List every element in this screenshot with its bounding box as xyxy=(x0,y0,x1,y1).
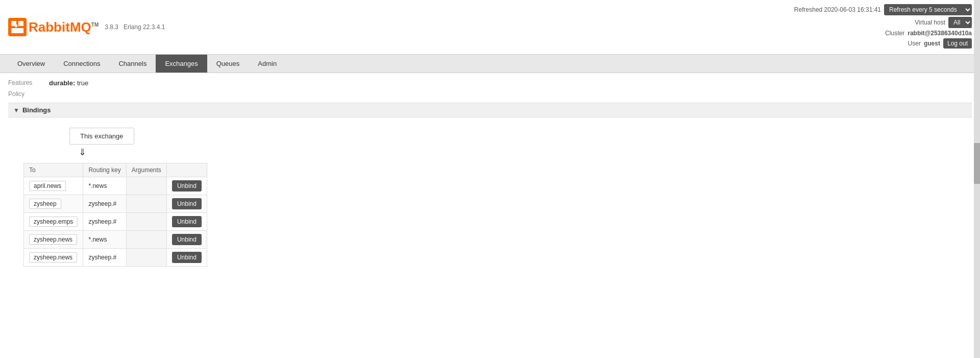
erlang-version: Erlang 22.3.4.1 xyxy=(124,23,165,31)
logo-text: RabbitMQTM xyxy=(29,19,99,35)
unbind-button[interactable]: Unbind xyxy=(172,216,202,227)
table-row: zysheepzysheep.#Unbind xyxy=(24,195,207,213)
logo-area: RabbitMQTM 3.8.3 Erlang 22.3.4.1 xyxy=(8,18,165,36)
main-nav: Overview Connections Channels Exchanges … xyxy=(0,55,980,73)
cell-routing-key: zysheep.# xyxy=(83,195,126,213)
nav-overview[interactable]: Overview xyxy=(8,55,54,73)
cell-to: zysheep xyxy=(24,195,83,213)
col-routing-key: Routing key xyxy=(83,163,126,177)
scrollbar-thumb[interactable] xyxy=(974,143,980,184)
logout-button[interactable]: Log out xyxy=(943,38,972,49)
cell-to: zysheep.emps xyxy=(24,213,83,231)
unbind-button[interactable]: Unbind xyxy=(172,180,202,192)
nav-queues[interactable]: Queues xyxy=(207,55,249,73)
version-number: 3.8.3 xyxy=(105,23,118,31)
section-collapse-arrow: ▼ xyxy=(13,107,19,114)
exchange-box: This exchange xyxy=(69,128,134,145)
logo-mq: MQ xyxy=(70,19,91,35)
nav-channels[interactable]: Channels xyxy=(109,55,156,73)
svg-rect-3 xyxy=(11,28,23,33)
cell-arguments xyxy=(126,231,166,249)
rabbitmq-logo-icon xyxy=(8,18,27,36)
bindings-section-title: Bindings xyxy=(22,106,51,114)
vhost-row: Virtual host All xyxy=(794,17,972,28)
cluster-value: rabbit@25386340d10a xyxy=(908,30,972,37)
table-header-row: To Routing key Arguments xyxy=(24,163,207,177)
durable-label: durable: xyxy=(49,79,75,87)
cell-arguments xyxy=(126,213,166,231)
cell-routing-key: zysheep.# xyxy=(83,249,126,267)
header: RabbitMQTM 3.8.3 Erlang 22.3.4.1 Refresh… xyxy=(0,0,980,55)
logo: RabbitMQTM xyxy=(8,18,99,36)
cell-routing-key: *.news xyxy=(83,177,126,195)
policy-label: Policy xyxy=(8,90,24,98)
svg-rect-0 xyxy=(8,18,27,36)
table-row: zysheep.newszysheep.#Unbind xyxy=(24,249,207,267)
cell-action: Unbind xyxy=(166,195,207,213)
bindings-section-header[interactable]: ▼ Bindings xyxy=(8,103,972,117)
scrollbar[interactable] xyxy=(974,0,980,358)
table-row: zysheep.news*.newsUnbind xyxy=(24,231,207,249)
logo-tm: TM xyxy=(91,22,99,28)
policy-row: Policy xyxy=(8,90,972,98)
nav-exchanges[interactable]: Exchanges xyxy=(156,55,207,73)
logo-rabbit: Rabbit xyxy=(29,19,70,35)
durable-value: true xyxy=(77,79,88,87)
bindings-table: To Routing key Arguments april.news*.new… xyxy=(23,163,207,267)
durable-info: durable: true xyxy=(49,79,88,87)
nav-connections[interactable]: Connections xyxy=(54,55,109,73)
nav-admin[interactable]: Admin xyxy=(249,55,286,73)
vhost-label: Virtual host xyxy=(915,19,945,26)
unbind-button[interactable]: Unbind xyxy=(172,198,202,209)
unbind-button[interactable]: Unbind xyxy=(172,234,202,245)
features-row: Features durable: true xyxy=(8,79,972,87)
cell-to: april.news xyxy=(24,177,83,195)
col-action xyxy=(166,163,207,177)
cell-to: zysheep.news xyxy=(24,249,83,267)
queue-name: zysheep xyxy=(29,199,61,209)
queue-name: zysheep.emps xyxy=(29,217,78,227)
cell-arguments xyxy=(126,177,166,195)
flow-arrow-down: ⇓ xyxy=(79,147,972,158)
user-row: User guest Log out xyxy=(794,38,972,49)
cell-routing-key: *.news xyxy=(83,231,126,249)
cell-action: Unbind xyxy=(166,249,207,267)
table-row: april.news*.newsUnbind xyxy=(24,177,207,195)
vhost-select[interactable]: All xyxy=(948,17,972,28)
refresh-select[interactable]: Refresh every 5 seconds No refresh Refre… xyxy=(884,4,972,15)
features-label: Features xyxy=(8,79,39,86)
cell-arguments xyxy=(126,249,166,267)
cell-routing-key: zysheep.# xyxy=(83,213,126,231)
cell-action: Unbind xyxy=(166,231,207,249)
refresh-row: Refreshed 2020-06-03 16:31:41 Refresh ev… xyxy=(794,4,972,15)
cell-action: Unbind xyxy=(166,213,207,231)
queue-name: april.news xyxy=(29,181,66,191)
header-right: Refreshed 2020-06-03 16:31:41 Refresh ev… xyxy=(794,4,972,50)
cluster-label: Cluster xyxy=(885,30,904,37)
queue-name: zysheep.news xyxy=(29,234,77,245)
col-to: To xyxy=(24,163,83,177)
svg-rect-4 xyxy=(15,25,17,27)
cell-action: Unbind xyxy=(166,177,207,195)
svg-rect-2 xyxy=(18,21,23,26)
queue-name: zysheep.news xyxy=(29,252,77,262)
cell-to: zysheep.news xyxy=(24,231,83,249)
col-arguments: Arguments xyxy=(126,163,166,177)
table-row: zysheep.empszysheep.#Unbind xyxy=(24,213,207,231)
content: Features durable: true Policy ▼ Bindings… xyxy=(0,73,980,358)
unbind-button[interactable]: Unbind xyxy=(172,252,202,263)
cluster-row: Cluster rabbit@25386340d10a xyxy=(794,30,972,37)
user-value: guest xyxy=(924,40,940,47)
refreshed-label: Refreshed 2020-06-03 16:31:41 xyxy=(794,6,881,13)
cell-arguments xyxy=(126,195,166,213)
version-info: 3.8.3 Erlang 22.3.4.1 xyxy=(105,23,165,31)
user-label: User xyxy=(908,40,921,47)
